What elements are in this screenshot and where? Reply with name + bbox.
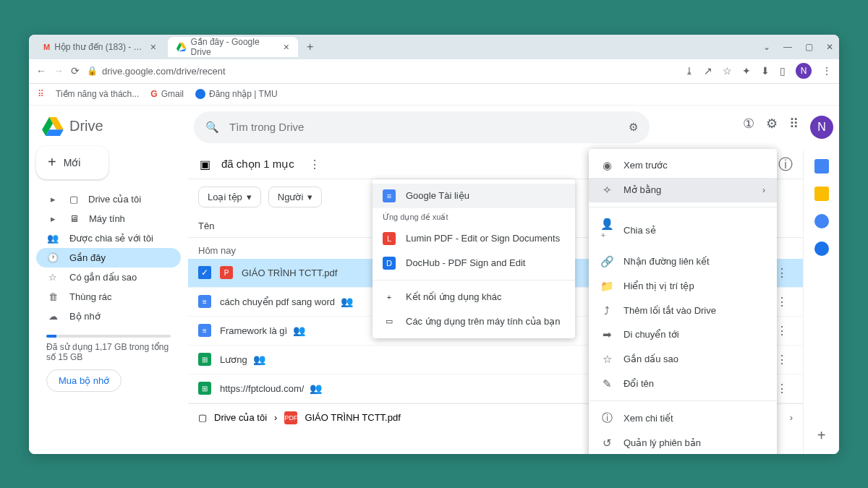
triangle-icon: ▸ xyxy=(46,194,59,205)
shortcut-icon: ⤴ xyxy=(600,304,613,317)
submenu-header: Ứng dụng đề xuất xyxy=(373,208,575,226)
filter-icon[interactable]: ⚙ xyxy=(629,121,638,134)
close-icon[interactable]: × xyxy=(284,41,289,53)
ctx-location[interactable]: 📁Hiển thị vị trí tệp xyxy=(589,274,777,299)
ctx-move[interactable]: ➡Di chuyển tới xyxy=(589,322,777,347)
sheet-icon: ⊞ xyxy=(198,353,211,366)
drive-logo[interactable]: Drive xyxy=(36,113,181,146)
apps-icon[interactable]: ⠿ xyxy=(38,89,44,99)
folder-icon: ▢ xyxy=(198,412,207,423)
submenu-item-dochub[interactable]: D DocHub - PDF Sign and Edit xyxy=(373,251,575,275)
contacts-icon[interactable] xyxy=(814,241,829,256)
shared-icon: 👥 xyxy=(253,354,265,365)
sidebar-item-storage[interactable]: ☁Bộ nhớ xyxy=(36,307,181,326)
menu-icon[interactable]: ⋮ xyxy=(822,65,832,77)
browser-titlebar: M Hộp thư đến (183) - nguyenhoai... × Gầ… xyxy=(29,35,839,59)
ctx-details[interactable]: ⓘXem chi tiết xyxy=(589,406,777,431)
profile-avatar[interactable]: N xyxy=(796,63,812,79)
dochub-icon: D xyxy=(383,257,396,270)
search-icon: 🔍 xyxy=(205,121,219,134)
ctx-preview[interactable]: ◉Xem trước xyxy=(589,153,777,178)
ctx-share[interactable]: 👤⁺Chia sẻ xyxy=(589,212,777,249)
share-icon[interactable]: ↗ xyxy=(704,65,712,77)
extension-icon[interactable]: ✦ xyxy=(742,65,751,77)
laptop-icon: ▭ xyxy=(383,315,396,328)
minimize-icon[interactable]: — xyxy=(783,42,792,52)
ctx-getlink[interactable]: 🔗Nhận đường liên kết xyxy=(589,249,777,274)
sidebar-item-computers[interactable]: ▸🖥Máy tính xyxy=(36,209,181,228)
submenu-item-connect[interactable]: + Kết nối ứng dụng khác xyxy=(373,285,575,309)
search-input[interactable] xyxy=(229,121,618,133)
chevron-right-icon[interactable]: › xyxy=(790,412,793,423)
storage-bar xyxy=(46,335,171,338)
chip-filetype[interactable]: Loại tệp▾ xyxy=(198,187,261,207)
submenu-item-desktop[interactable]: ▭ Các ứng dụng trên máy tính của bạn xyxy=(373,309,575,334)
bookmark-item[interactable]: Đăng nhập | TMU xyxy=(195,89,278,99)
back-icon[interactable]: ← xyxy=(36,65,46,77)
maximize-icon[interactable]: ▢ xyxy=(805,42,813,52)
apps-grid-icon[interactable]: ⠿ xyxy=(789,116,799,139)
info-icon[interactable]: ⓘ xyxy=(778,155,793,174)
computer-icon: 🖥 xyxy=(69,213,79,224)
forward-icon[interactable]: → xyxy=(54,65,64,77)
close-icon[interactable]: × xyxy=(150,41,156,53)
storage-text: Đã sử dụng 1,17 GB trong tổng số 15 GB xyxy=(46,342,171,362)
settings-icon[interactable]: ⚙ xyxy=(766,116,778,139)
reload-icon[interactable]: ⟳ xyxy=(71,65,80,77)
selection-text: đã chọn 1 mục xyxy=(221,158,294,171)
ctx-versions[interactable]: ↺Quản lý phiên bản xyxy=(589,431,777,454)
shared-icon: 👥 xyxy=(293,325,305,336)
help-icon[interactable]: ① xyxy=(743,116,754,139)
new-button[interactable]: + Mới xyxy=(36,146,109,179)
ctx-rename[interactable]: ✎Đổi tên xyxy=(589,372,777,396)
openwith-submenu: ≡ Google Tài liệu Ứng dụng đề xuất L Lum… xyxy=(373,179,575,338)
lumin-icon: L xyxy=(383,232,396,245)
context-menu: ◉Xem trước ✧Mở bằng› 👤⁺Chia sẻ 🔗Nhận đườ… xyxy=(589,149,777,454)
add-icon[interactable]: + xyxy=(817,427,826,444)
keep-icon[interactable] xyxy=(814,187,829,201)
bookmark-icon[interactable]: ☆ xyxy=(723,65,732,77)
doc-icon: ≡ xyxy=(198,295,211,308)
ctx-shortcut[interactable]: ⤴Thêm lối tắt vào Drive xyxy=(589,299,777,322)
sidebar-item-starred[interactable]: ☆Có gắn dấu sao xyxy=(36,267,181,287)
sidebar-item-mydrive[interactable]: ▸▢Drive của tôi xyxy=(36,189,181,209)
bookmark-item[interactable]: Tiềm năng và thách... xyxy=(56,89,139,99)
chip-people[interactable]: Người▾ xyxy=(268,187,323,207)
calendar-icon[interactable] xyxy=(814,159,829,174)
install-icon[interactable]: ⤓ xyxy=(685,65,694,77)
reader-icon[interactable]: ▯ xyxy=(780,65,786,77)
close-window-icon[interactable]: ✕ xyxy=(826,42,833,52)
plus-icon: + xyxy=(383,291,396,304)
submenu-item-gdocs[interactable]: ≡ Google Tài liệu xyxy=(373,184,575,208)
folder-icon: ▢ xyxy=(69,194,78,205)
sidebar: Drive + Mới ▸▢Drive của tôi ▸🖥Máy tính 👥… xyxy=(29,106,188,454)
breadcrumb-root[interactable]: Drive của tôi xyxy=(214,412,267,423)
browser-tab-gmail[interactable]: M Hộp thư đến (183) - nguyenhoai... × xyxy=(35,37,165,57)
sidebar-item-shared[interactable]: 👥Được chia sẻ với tôi xyxy=(36,228,181,248)
sidebar-item-recent[interactable]: 🕐Gần đây xyxy=(36,248,181,267)
buy-storage-button[interactable]: Mua bộ nhớ xyxy=(46,369,122,392)
tabs-dropdown-icon[interactable]: ⌄ xyxy=(763,42,770,52)
open-icon: ✧ xyxy=(600,184,613,197)
more-icon[interactable]: ⋮ xyxy=(309,158,320,171)
url-field[interactable]: 🔒 drive.google.com/drive/recent xyxy=(87,66,678,77)
deselect-icon[interactable]: ▣ xyxy=(198,158,211,171)
pencil-icon: ✎ xyxy=(600,377,613,390)
url-text: drive.google.com/drive/recent xyxy=(102,66,226,77)
new-tab-icon[interactable]: + xyxy=(301,40,319,53)
account-avatar[interactable]: N xyxy=(810,116,833,139)
star-icon: ☆ xyxy=(600,353,613,366)
ctx-star[interactable]: ☆Gắn dấu sao xyxy=(589,347,777,372)
info-icon: ⓘ xyxy=(600,411,613,425)
tasks-icon[interactable] xyxy=(814,214,829,228)
downloads-icon[interactable]: ⬇ xyxy=(761,65,770,77)
submenu-item-lumin[interactable]: L Lumin PDF - Edit or Sign Documents xyxy=(373,226,575,251)
bookmark-item[interactable]: GGmail xyxy=(150,89,184,99)
browser-tab-drive[interactable]: Gần đây - Google Drive × xyxy=(168,37,298,57)
checkbox-checked-icon[interactable]: ✓ xyxy=(198,266,211,279)
ctx-openwith[interactable]: ✧Mở bằng› xyxy=(589,178,777,202)
search-box[interactable]: 🔍 ⚙ xyxy=(194,111,650,143)
plus-icon: + xyxy=(48,154,56,171)
move-icon: ➡ xyxy=(600,328,613,341)
sidebar-item-trash[interactable]: 🗑Thùng rác xyxy=(36,287,181,307)
